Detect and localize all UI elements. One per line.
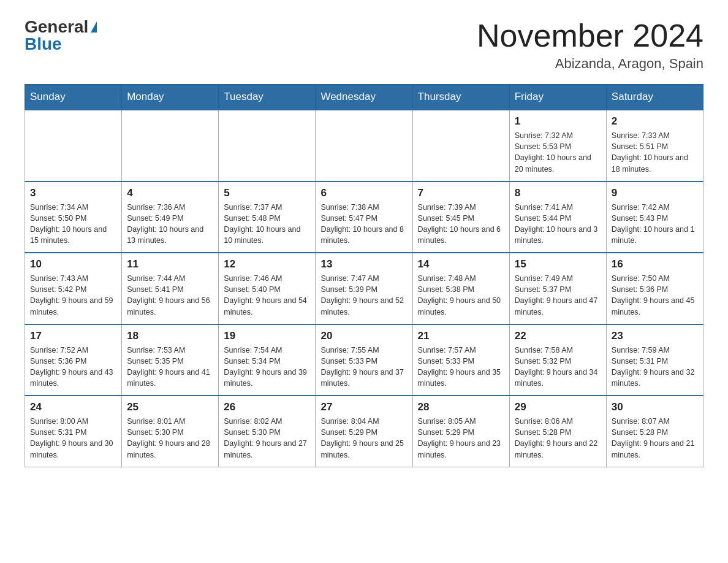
calendar-cell: 17Sunrise: 7:52 AM Sunset: 5:36 PM Dayli… [25, 324, 122, 396]
logo: General Blue [25, 18, 97, 53]
page-header: General Blue November 2024 Abizanda, Ara… [25, 18, 703, 72]
sun-info: Sunrise: 7:46 AM Sunset: 5:40 PM Dayligh… [224, 273, 310, 318]
sun-info: Sunrise: 7:59 AM Sunset: 5:31 PM Dayligh… [612, 345, 698, 389]
sun-info: Sunrise: 7:32 AM Sunset: 5:53 PM Dayligh… [515, 130, 601, 175]
day-number: 26 [224, 401, 310, 413]
calendar-day-header: Monday [122, 85, 219, 110]
calendar-cell: 10Sunrise: 7:43 AM Sunset: 5:42 PM Dayli… [25, 253, 122, 324]
day-number: 14 [418, 258, 504, 270]
day-number: 29 [515, 401, 601, 413]
sun-info: Sunrise: 7:34 AM Sunset: 5:50 PM Dayligh… [30, 202, 116, 247]
day-number: 10 [30, 258, 116, 270]
calendar-cell: 12Sunrise: 7:46 AM Sunset: 5:40 PM Dayli… [219, 253, 316, 324]
calendar-cell: 14Sunrise: 7:48 AM Sunset: 5:38 PM Dayli… [412, 253, 509, 324]
calendar-cell: 2Sunrise: 7:33 AM Sunset: 5:51 PM Daylig… [606, 110, 703, 182]
calendar-week-row: 10Sunrise: 7:43 AM Sunset: 5:42 PM Dayli… [25, 253, 703, 324]
day-number: 3 [30, 187, 116, 199]
day-number: 17 [30, 330, 116, 342]
sun-info: Sunrise: 7:55 AM Sunset: 5:33 PM Dayligh… [320, 345, 407, 389]
sun-info: Sunrise: 7:47 AM Sunset: 5:39 PM Dayligh… [320, 273, 407, 318]
day-number: 5 [224, 187, 310, 199]
sun-info: Sunrise: 8:04 AM Sunset: 5:29 PM Dayligh… [320, 416, 407, 461]
sun-info: Sunrise: 8:00 AM Sunset: 5:31 PM Dayligh… [30, 416, 116, 461]
calendar-cell: 20Sunrise: 7:55 AM Sunset: 5:33 PM Dayli… [316, 324, 412, 396]
month-title: November 2024 [477, 18, 703, 53]
calendar-day-header: Wednesday [316, 85, 412, 110]
sun-info: Sunrise: 8:05 AM Sunset: 5:29 PM Dayligh… [418, 416, 504, 461]
day-number: 9 [612, 187, 698, 199]
calendar-cell: 1Sunrise: 7:32 AM Sunset: 5:53 PM Daylig… [509, 110, 606, 182]
sun-info: Sunrise: 8:02 AM Sunset: 5:30 PM Dayligh… [224, 416, 310, 461]
day-number: 27 [320, 401, 407, 413]
sun-info: Sunrise: 7:38 AM Sunset: 5:47 PM Dayligh… [320, 202, 407, 247]
day-number: 8 [515, 187, 601, 199]
calendar-cell: 4Sunrise: 7:36 AM Sunset: 5:49 PM Daylig… [122, 182, 219, 253]
calendar-cell: 26Sunrise: 8:02 AM Sunset: 5:30 PM Dayli… [219, 396, 316, 467]
calendar-cell: 16Sunrise: 7:50 AM Sunset: 5:36 PM Dayli… [606, 253, 703, 324]
calendar-cell [412, 110, 509, 182]
day-number: 24 [30, 401, 116, 413]
calendar-cell: 6Sunrise: 7:38 AM Sunset: 5:47 PM Daylig… [316, 182, 412, 253]
logo-triangle-icon [91, 21, 97, 33]
calendar-cell: 7Sunrise: 7:39 AM Sunset: 5:45 PM Daylig… [412, 182, 509, 253]
calendar-cell: 27Sunrise: 8:04 AM Sunset: 5:29 PM Dayli… [316, 396, 412, 467]
calendar-cell [122, 110, 219, 182]
day-number: 21 [418, 330, 504, 342]
calendar-cell: 30Sunrise: 8:07 AM Sunset: 5:28 PM Dayli… [606, 396, 703, 467]
title-section: November 2024 Abizanda, Aragon, Spain [477, 18, 703, 72]
calendar-table: SundayMondayTuesdayWednesdayThursdayFrid… [25, 84, 703, 467]
day-number: 19 [224, 330, 310, 342]
sun-info: Sunrise: 7:33 AM Sunset: 5:51 PM Dayligh… [612, 130, 698, 175]
calendar-cell [25, 110, 122, 182]
day-number: 2 [612, 115, 698, 128]
sun-info: Sunrise: 7:36 AM Sunset: 5:49 PM Dayligh… [127, 202, 213, 247]
calendar-header-row: SundayMondayTuesdayWednesdayThursdayFrid… [25, 85, 703, 110]
calendar-cell: 15Sunrise: 7:49 AM Sunset: 5:37 PM Dayli… [509, 253, 606, 324]
calendar-cell: 25Sunrise: 8:01 AM Sunset: 5:30 PM Dayli… [122, 396, 219, 467]
sun-info: Sunrise: 7:43 AM Sunset: 5:42 PM Dayligh… [30, 273, 116, 318]
calendar-day-header: Friday [509, 85, 606, 110]
calendar-cell: 24Sunrise: 8:00 AM Sunset: 5:31 PM Dayli… [25, 396, 122, 467]
calendar-cell: 3Sunrise: 7:34 AM Sunset: 5:50 PM Daylig… [25, 182, 122, 253]
calendar-cell: 29Sunrise: 8:06 AM Sunset: 5:28 PM Dayli… [509, 396, 606, 467]
calendar-week-row: 1Sunrise: 7:32 AM Sunset: 5:53 PM Daylig… [25, 110, 703, 182]
calendar-cell [316, 110, 412, 182]
sun-info: Sunrise: 7:41 AM Sunset: 5:44 PM Dayligh… [515, 202, 601, 247]
day-number: 6 [320, 187, 407, 199]
calendar-day-header: Thursday [412, 85, 509, 110]
sun-info: Sunrise: 7:48 AM Sunset: 5:38 PM Dayligh… [418, 273, 504, 318]
sun-info: Sunrise: 8:01 AM Sunset: 5:30 PM Dayligh… [127, 416, 213, 461]
sun-info: Sunrise: 7:54 AM Sunset: 5:34 PM Dayligh… [224, 345, 310, 389]
calendar-cell: 21Sunrise: 7:57 AM Sunset: 5:33 PM Dayli… [412, 324, 509, 396]
calendar-cell: 8Sunrise: 7:41 AM Sunset: 5:44 PM Daylig… [509, 182, 606, 253]
sun-info: Sunrise: 7:50 AM Sunset: 5:36 PM Dayligh… [612, 273, 698, 318]
calendar-cell: 23Sunrise: 7:59 AM Sunset: 5:31 PM Dayli… [606, 324, 703, 396]
calendar-cell: 28Sunrise: 8:05 AM Sunset: 5:29 PM Dayli… [412, 396, 509, 467]
calendar-day-header: Tuesday [219, 85, 316, 110]
calendar-cell: 19Sunrise: 7:54 AM Sunset: 5:34 PM Dayli… [219, 324, 316, 396]
sun-info: Sunrise: 7:57 AM Sunset: 5:33 PM Dayligh… [418, 345, 504, 389]
day-number: 13 [320, 258, 407, 270]
calendar-cell: 13Sunrise: 7:47 AM Sunset: 5:39 PM Dayli… [316, 253, 412, 324]
day-number: 20 [320, 330, 407, 342]
sun-info: Sunrise: 7:37 AM Sunset: 5:48 PM Dayligh… [224, 202, 310, 247]
calendar-week-row: 24Sunrise: 8:00 AM Sunset: 5:31 PM Dayli… [25, 396, 703, 467]
calendar-day-header: Saturday [606, 85, 703, 110]
day-number: 11 [127, 258, 213, 270]
day-number: 22 [515, 330, 601, 342]
sun-info: Sunrise: 8:07 AM Sunset: 5:28 PM Dayligh… [612, 416, 698, 461]
sun-info: Sunrise: 8:06 AM Sunset: 5:28 PM Dayligh… [515, 416, 601, 461]
sun-info: Sunrise: 7:53 AM Sunset: 5:35 PM Dayligh… [127, 345, 213, 389]
sun-info: Sunrise: 7:39 AM Sunset: 5:45 PM Dayligh… [418, 202, 504, 247]
calendar-cell [219, 110, 316, 182]
calendar-week-row: 17Sunrise: 7:52 AM Sunset: 5:36 PM Dayli… [25, 324, 703, 396]
sun-info: Sunrise: 7:58 AM Sunset: 5:32 PM Dayligh… [515, 345, 601, 389]
location-text: Abizanda, Aragon, Spain [477, 56, 703, 72]
day-number: 7 [418, 187, 504, 199]
day-number: 28 [418, 401, 504, 413]
sun-info: Sunrise: 7:44 AM Sunset: 5:41 PM Dayligh… [127, 273, 213, 318]
day-number: 25 [127, 401, 213, 413]
calendar-week-row: 3Sunrise: 7:34 AM Sunset: 5:50 PM Daylig… [25, 182, 703, 253]
logo-general-text: General [25, 18, 88, 36]
calendar-cell: 5Sunrise: 7:37 AM Sunset: 5:48 PM Daylig… [219, 182, 316, 253]
